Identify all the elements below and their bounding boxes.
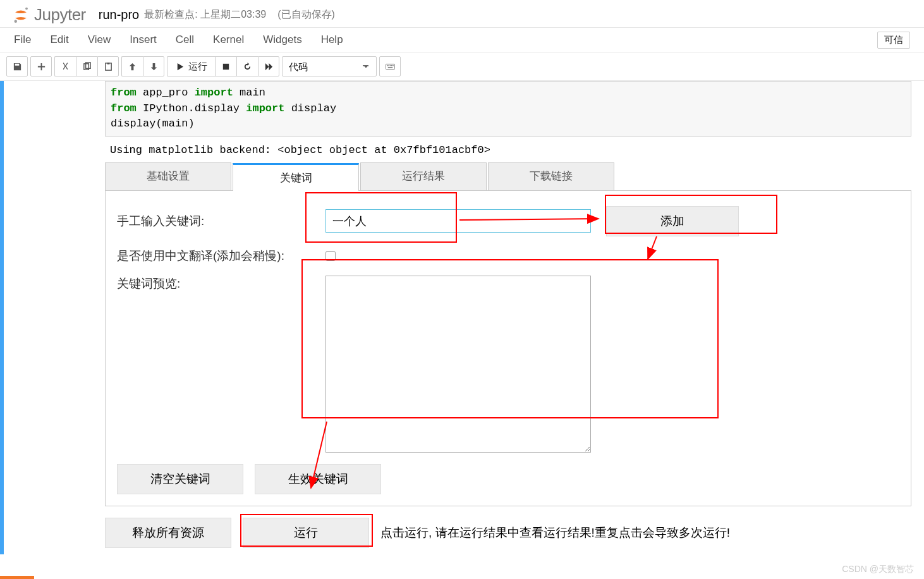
svg-rect-8	[387, 65, 388, 66]
menu-kernel[interactable]: Kernel	[213, 28, 263, 52]
notebook-name[interactable]: run-pro	[99, 8, 139, 22]
jupyter-logo[interactable]: Jupyter	[11, 5, 86, 25]
apply-keywords-button[interactable]: 生效关键词	[255, 464, 381, 494]
svg-point-0	[25, 7, 28, 9]
save-icon	[13, 62, 22, 71]
translate-checkbox[interactable]	[325, 251, 336, 261]
notebook-container: from app_pro import main from IPython.di…	[0, 81, 924, 567]
label-preview: 关键词预览:	[117, 276, 325, 292]
plus-icon	[37, 62, 46, 71]
svg-rect-13	[387, 67, 392, 68]
tab-keywords[interactable]: 关键词	[233, 163, 359, 191]
svg-rect-7	[386, 64, 394, 69]
cell-body: from app_pro import main from IPython.di…	[105, 81, 924, 554]
run-group: 运行	[167, 56, 279, 76]
tab-results[interactable]: 运行结果	[360, 162, 487, 190]
run-button[interactable]: 运行	[167, 56, 215, 76]
svg-rect-9	[388, 65, 389, 66]
tab-download[interactable]: 下载链接	[488, 162, 614, 190]
bottom-button-row: 清空关键词 生效关键词	[117, 464, 899, 494]
add-cell-button[interactable]	[30, 56, 52, 76]
tab-basic-settings[interactable]: 基础设置	[105, 162, 231, 190]
jupyter-logo-text: Jupyter	[34, 5, 86, 25]
tab-bar: 基础设置 关键词 运行结果 下载链接	[105, 162, 911, 191]
move-up-button[interactable]	[121, 56, 143, 76]
restart-icon	[243, 62, 252, 71]
copy-icon	[82, 62, 92, 71]
keyword-preview-textarea[interactable]	[325, 276, 591, 453]
keyword-input[interactable]	[325, 209, 591, 233]
menu-help[interactable]: Help	[321, 28, 362, 52]
row-translate: 是否使用中文翻译(添加会稍慢):	[117, 248, 899, 264]
command-palette-button[interactable]	[379, 56, 401, 76]
svg-rect-10	[389, 65, 391, 66]
menu-widgets[interactable]: Widgets	[263, 28, 320, 52]
menu-edit[interactable]: Edit	[50, 28, 87, 52]
toolbar: 运行 代码	[0, 52, 924, 81]
arrow-up-icon	[128, 62, 137, 71]
prompt-area	[4, 81, 105, 554]
label-keyword-input: 手工输入关键词:	[117, 213, 325, 229]
save-button[interactable]	[6, 56, 28, 76]
watermark: CSDN @天数智芯	[842, 564, 914, 567]
release-resources-button[interactable]: 释放所有资源	[105, 518, 231, 548]
copy-button[interactable]	[76, 56, 97, 76]
run-hint-text: 点击运行, 请在运行结果中查看运行结果!重复点击会导致多次运行!	[380, 525, 730, 541]
checkpoint-text: 最新检查点: 上星期二03:39	[144, 8, 266, 21]
clear-keywords-button[interactable]: 清空关键词	[117, 464, 243, 494]
fast-forward-icon	[264, 62, 274, 71]
restart-button[interactable]	[236, 56, 258, 76]
menu-cell[interactable]: Cell	[176, 28, 213, 52]
code-cell[interactable]: from app_pro import main from IPython.di…	[0, 81, 924, 554]
svg-rect-12	[392, 65, 394, 66]
svg-rect-11	[391, 65, 392, 66]
paste-button[interactable]	[97, 56, 119, 76]
cut-icon	[61, 62, 70, 71]
move-group	[121, 56, 164, 76]
code-input[interactable]: from app_pro import main from IPython.di…	[105, 81, 911, 137]
label-translate: 是否使用中文翻译(添加会稍慢):	[117, 248, 325, 264]
move-down-button[interactable]	[143, 56, 164, 76]
row-keyword-input: 手工输入关键词: 添加	[117, 206, 899, 236]
autosave-text: (已自动保存)	[277, 8, 335, 21]
celltype-select[interactable]: 代码	[282, 56, 377, 76]
row-preview: 关键词预览:	[117, 276, 899, 453]
arrow-down-icon	[149, 62, 159, 71]
jupyter-logo-icon	[11, 6, 30, 25]
svg-point-1	[15, 20, 18, 23]
restart-run-all-button[interactable]	[258, 56, 279, 76]
svg-rect-6	[223, 63, 229, 69]
paste-icon	[104, 62, 113, 71]
output-text: Using matplotlib backend: <object object…	[105, 137, 911, 162]
tab-panel-keywords: 手工输入关键词: 添加 是否使用中文翻译(添加会稍慢): 关键词预览: 清空关键…	[105, 191, 911, 506]
add-keyword-button[interactable]: 添加	[606, 206, 739, 236]
stop-icon	[221, 62, 231, 71]
svg-rect-5	[107, 62, 109, 64]
cut-button[interactable]	[54, 56, 76, 76]
interrupt-button[interactable]	[215, 56, 236, 76]
run-row: 释放所有资源 运行 点击运行, 请在运行结果中查看运行结果!重复点击会导致多次运…	[105, 518, 911, 548]
keyboard-icon	[386, 62, 395, 71]
menu-insert[interactable]: Insert	[130, 28, 176, 52]
play-icon	[175, 62, 185, 71]
header: Jupyter run-pro 最新检查点: 上星期二03:39 (已自动保存)	[0, 0, 924, 27]
menu-file[interactable]: File	[14, 28, 50, 52]
menubar: File Edit View Insert Cell Kernel Widget…	[0, 27, 924, 52]
run-widget-button[interactable]: 运行	[243, 518, 369, 548]
trust-button[interactable]: 可信	[877, 32, 910, 49]
edit-group	[54, 56, 119, 76]
menu-view[interactable]: View	[88, 28, 130, 52]
run-label: 运行	[188, 61, 207, 73]
widget-output: 基础设置 关键词 运行结果 下载链接 手工输入关键词: 添加 是否使用中文翻译(…	[105, 162, 911, 554]
